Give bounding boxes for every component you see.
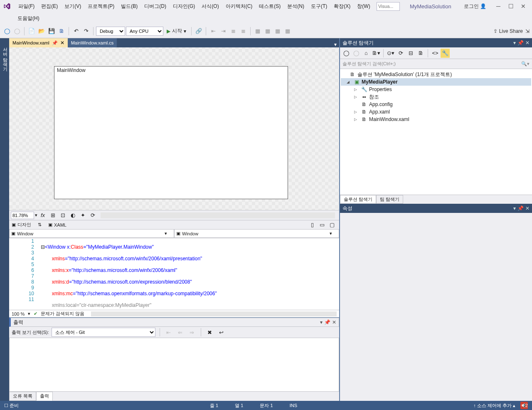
contrast-icon[interactable]: ◐ <box>68 211 77 220</box>
fx-button[interactable]: fx <box>38 211 47 220</box>
designer-canvas[interactable]: MainWindow <box>54 66 288 199</box>
se-showall-icon[interactable]: 🗎 <box>416 49 425 58</box>
tb-btn-1[interactable]: ⇤ <box>209 27 218 36</box>
scope-combo-left[interactable]: ▣ Window▾ <box>9 229 174 238</box>
attach-button[interactable]: 🔗 <box>194 27 203 36</box>
clear-all-icon[interactable]: ✖ <box>205 328 214 337</box>
menu-architecture[interactable]: 아키텍처(C) <box>222 1 256 12</box>
code-content[interactable]: ⊟<Window x:Class="MyMediaPlayer.MainWind… <box>39 238 339 310</box>
new-project-button[interactable]: 📄 <box>27 27 36 36</box>
split-v-icon[interactable]: ▯ <box>308 220 317 230</box>
output-tab[interactable]: 출력 <box>36 392 53 401</box>
zoom-input[interactable] <box>11 212 34 219</box>
platform-dropdown[interactable]: Any CPU <box>126 27 163 36</box>
close-icon[interactable]: ✕ <box>332 319 336 325</box>
menu-format[interactable]: 서식(O) <box>198 1 222 12</box>
tb-btn-3[interactable]: ≣ <box>229 27 238 36</box>
se-fwd-icon[interactable]: ◯ <box>352 49 361 58</box>
se-sync-icon[interactable]: 🗎▾ <box>372 49 381 58</box>
xaml-designer[interactable]: MainWindow <box>9 47 339 210</box>
undo-button[interactable]: ↶ <box>71 27 81 36</box>
split-h-icon[interactable]: ▭ <box>318 220 327 230</box>
xaml-editor[interactable]: 1234567891011 ⊟<Window x:Class="MyMediaP… <box>9 238 339 310</box>
login-button[interactable]: 로그인 👤 <box>461 1 489 12</box>
design-tab[interactable]: ▣ 디자인 <box>12 222 31 228</box>
swap-panes-icon[interactable]: ⇅ <box>38 222 42 227</box>
se-back-icon[interactable]: ◯ <box>342 49 351 58</box>
search-icon[interactable]: 🔍▾ <box>521 61 530 67</box>
tb-btn-4[interactable]: ≣ <box>239 27 248 36</box>
pin-icon[interactable]: 📌 <box>517 40 524 46</box>
next-msg-icon[interactable]: ⇒ <box>187 328 197 337</box>
word-wrap-icon[interactable]: ↩ <box>217 328 226 337</box>
server-explorer-tab[interactable]: 서버 탐색기 <box>1 42 9 401</box>
menu-test[interactable]: 테스트(S) <box>256 1 284 12</box>
live-share-button[interactable]: ⇪ Live Share <box>493 28 523 34</box>
se-collapse-icon[interactable]: ⊟ <box>406 49 415 58</box>
menu-edit[interactable]: 편집(E) <box>38 1 61 12</box>
menu-design[interactable]: 디자인(G) <box>170 1 198 12</box>
designer-hscrollbar[interactable] <box>101 212 335 218</box>
open-file-button[interactable]: 📂 <box>37 27 46 36</box>
maximize-button[interactable]: ☐ <box>505 1 517 12</box>
tree-item[interactable]: ▷▪▪참조 <box>341 93 531 101</box>
redo-button[interactable]: ↷ <box>81 27 91 36</box>
tb-btn-7[interactable]: ▦ <box>273 27 282 36</box>
code-hscrollbar[interactable] <box>91 311 337 316</box>
tb-btn-5[interactable]: ▦ <box>253 27 262 36</box>
close-icon[interactable]: ✕ <box>525 205 530 211</box>
tree-item[interactable]: ▷🗎MainWindow.xaml <box>341 116 531 123</box>
nav-back-button[interactable]: ◯ <box>2 27 12 36</box>
nav-fwd-button[interactable]: ◯ <box>12 27 22 36</box>
se-scope-icon[interactable]: ⊙▾ <box>386 49 395 58</box>
menu-analyze[interactable]: 분석(N) <box>284 1 308 12</box>
tree-solution[interactable]: 🗎솔루션 'MyMediaSolution' (1/1개 프로젝트) <box>341 71 531 78</box>
menu-build[interactable]: 빌드(B) <box>118 1 141 12</box>
save-button[interactable]: 💾 <box>47 27 56 36</box>
tab-mainwindow-xaml[interactable]: MainWindow.xaml 📌 ✕ <box>9 38 68 47</box>
tree-item[interactable]: 🗎App.config <box>341 101 531 108</box>
tab-overflow-button[interactable]: ▾ <box>332 42 339 47</box>
error-list-tab[interactable]: 오류 목록 <box>9 392 36 401</box>
pin-icon[interactable]: 📌 <box>324 319 330 325</box>
refresh-icon[interactable]: ⟳ <box>88 211 97 220</box>
collapse-pane-icon[interactable]: ▢ <box>328 220 337 230</box>
menu-help[interactable]: 도움말(H) <box>14 13 43 24</box>
quick-search-input[interactable] <box>377 2 400 11</box>
live-share-share-icon[interactable]: ⇲ <box>525 28 530 34</box>
se-search[interactable]: 솔루션 탐색기 검색(Ctrl+;) 🔍▾ <box>340 59 532 69</box>
se-code-icon[interactable]: <> <box>431 49 440 58</box>
tree-item[interactable]: ▷🗎App.xaml <box>341 108 531 116</box>
panel-dropdown-icon[interactable]: ▾ <box>513 40 516 46</box>
scope-combo-right[interactable]: ▣ Window▾ <box>174 229 339 238</box>
output-text[interactable] <box>9 338 339 392</box>
tree-item[interactable]: ▷🔧Properties <box>341 86 531 93</box>
menu-window[interactable]: 창(W) <box>354 1 373 12</box>
minimize-button[interactable]: ─ <box>492 1 505 12</box>
snap-lines-icon[interactable]: ⊡ <box>58 211 67 220</box>
panel-dropdown-icon[interactable]: ▾ <box>513 205 516 211</box>
se-home-icon[interactable]: ⌂ <box>362 49 371 58</box>
tab-mainwindow-xaml-cs[interactable]: MainWindow.xaml.cs <box>68 38 117 47</box>
output-source-dropdown[interactable]: 소스 제어 - Git <box>52 328 155 337</box>
tb-btn-6[interactable]: ▦ <box>263 27 272 36</box>
xaml-tab[interactable]: ▣ XAML <box>48 222 66 227</box>
save-all-button[interactable]: 🗎 <box>57 27 66 36</box>
close-icon[interactable]: ✕ <box>525 40 530 46</box>
menu-view[interactable]: 보기(V) <box>61 1 84 12</box>
effects-icon[interactable]: ✦ <box>78 211 87 220</box>
zoom-dropdown-icon[interactable]: ▾ <box>35 212 37 218</box>
tb-btn-8[interactable]: ▦ <box>283 27 292 36</box>
tree-project[interactable]: ◢▣MyMediaPlayer <box>341 78 531 86</box>
se-tree[interactable]: 🗎솔루션 'MyMediaSolution' (1/1개 프로젝트) ◢▣MyM… <box>340 69 532 195</box>
menu-debug[interactable]: 디버그(D) <box>141 1 170 12</box>
grid-snap-icon[interactable]: ⊞ <box>48 211 57 220</box>
config-dropdown[interactable]: Debug <box>96 27 125 36</box>
menu-extensions[interactable]: 확장(X) <box>330 1 354 12</box>
se-refresh-icon[interactable]: ⟳ <box>396 49 405 58</box>
notifications-button[interactable]: 📢2 <box>520 402 528 409</box>
source-control-button[interactable]: ↑ 소스 제어에 추가 ▴ <box>473 403 515 409</box>
prev-msg-icon[interactable]: ⇐ <box>176 328 185 337</box>
close-button[interactable]: ✕ <box>517 1 530 12</box>
find-msg-icon[interactable]: ⇤ <box>164 328 173 337</box>
